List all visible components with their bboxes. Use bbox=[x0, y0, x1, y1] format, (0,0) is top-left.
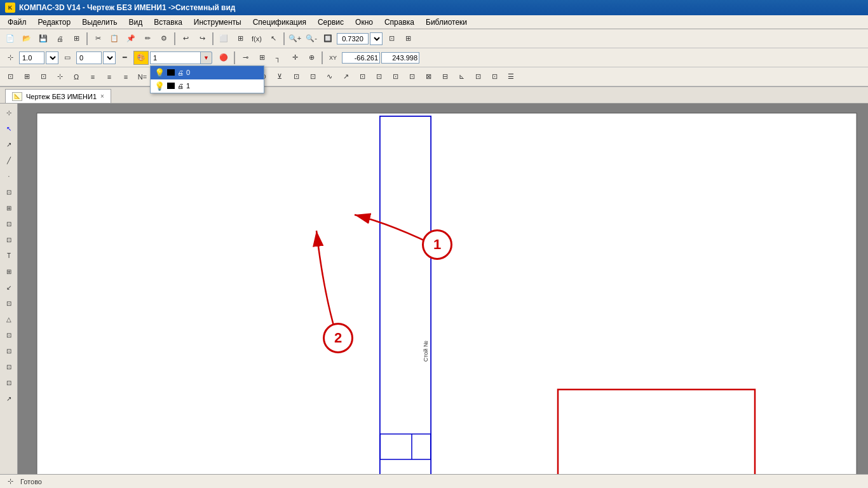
left-dim3-btn[interactable]: ⊡ bbox=[1, 216, 17, 231]
draw6-btn[interactable]: ≡ bbox=[85, 70, 100, 84]
geo10-btn[interactable]: ⊡ bbox=[305, 70, 320, 84]
menu-tools[interactable]: Инструменты bbox=[189, 17, 247, 28]
left-axis-btn[interactable]: ⊡ bbox=[1, 359, 17, 374]
left-table-btn[interactable]: ⊞ bbox=[1, 264, 17, 279]
geo12-btn[interactable]: ↗ bbox=[338, 70, 353, 84]
cursor-btn[interactable]: ↖ bbox=[266, 32, 281, 46]
tab-close-btn[interactable]: × bbox=[100, 93, 104, 100]
view-btn[interactable]: ⊞ bbox=[233, 32, 248, 46]
layer-row-0[interactable]: 💡 🖨 0 bbox=[151, 66, 264, 79]
color-btn[interactable]: 🎨 bbox=[133, 51, 149, 65]
geo14-btn[interactable]: ⊡ bbox=[371, 70, 386, 84]
zoom-dropdown[interactable]: ▼ bbox=[370, 32, 383, 45]
menu-help[interactable]: Справка bbox=[379, 17, 419, 28]
line-width-input[interactable] bbox=[19, 51, 44, 64]
geo17-btn[interactable]: ⊠ bbox=[421, 70, 436, 84]
save-btn[interactable]: 💾 bbox=[36, 32, 51, 46]
draw9-btn[interactable]: N= bbox=[135, 70, 150, 84]
left-point-btn[interactable]: · bbox=[1, 168, 17, 184]
draw5-btn[interactable]: Ω bbox=[69, 70, 84, 84]
print2-btn[interactable]: ⊞ bbox=[69, 32, 84, 46]
canvas-area[interactable]: Стой № Лист и дата bbox=[18, 104, 868, 474]
menu-window[interactable]: Окно bbox=[350, 17, 378, 28]
menu-spec[interactable]: Спецификация bbox=[248, 17, 311, 28]
page-btn[interactable]: ⬜ bbox=[216, 32, 231, 46]
left-geo-btn[interactable]: △ bbox=[1, 311, 17, 327]
left-measure-btn[interactable]: ⊡ bbox=[1, 327, 17, 342]
left-arrow-btn[interactable]: ↗ bbox=[1, 391, 17, 406]
zoom-input[interactable] bbox=[337, 33, 369, 44]
menu-editor[interactable]: Редактор bbox=[33, 17, 76, 28]
zoom-out-btn[interactable]: 🔍- bbox=[304, 32, 319, 46]
menu-insert[interactable]: Вставка bbox=[149, 17, 187, 28]
layer-popup: 💡 🖨 0 💡 🖨 1 bbox=[150, 65, 264, 93]
left-dim4-btn[interactable]: ⊡ bbox=[1, 232, 17, 247]
zoom-fit2-btn[interactable]: ⊞ bbox=[400, 32, 416, 46]
snap3-btn[interactable]: ⊕ bbox=[304, 51, 319, 65]
left-dim1-btn[interactable]: ⊡ bbox=[1, 184, 17, 200]
x-coord-input[interactable] bbox=[342, 52, 380, 64]
geo13-btn[interactable]: ⊡ bbox=[355, 70, 370, 84]
geo20-btn[interactable]: ⊡ bbox=[470, 70, 485, 84]
left-weld-btn[interactable]: ⊡ bbox=[1, 375, 17, 390]
geo22-btn[interactable]: ☰ bbox=[503, 70, 519, 84]
geo9-btn[interactable]: ⊡ bbox=[288, 70, 304, 84]
left-snap-btn[interactable]: ⊹ bbox=[1, 105, 17, 120]
draw4-btn[interactable]: ⊹ bbox=[52, 70, 67, 84]
print-btn[interactable]: 🖨 bbox=[52, 32, 67, 46]
tools1-btn[interactable]: ⚙ bbox=[156, 32, 172, 46]
tab-drawing[interactable]: 📐 Чертеж БЕЗ ИМЕНИ1 × bbox=[5, 89, 111, 103]
grid-btn[interactable]: ⊞ bbox=[254, 51, 269, 65]
zoom-in-btn[interactable]: 🔍+ bbox=[287, 32, 302, 46]
line-style-input[interactable] bbox=[76, 51, 102, 64]
geo8-btn[interactable]: ⊻ bbox=[272, 70, 287, 84]
draw7-btn[interactable]: ≡ bbox=[102, 70, 117, 84]
zoom-area-btn[interactable]: 🔲 bbox=[320, 32, 336, 46]
geo16-btn[interactable]: ⊡ bbox=[404, 70, 419, 84]
menu-view[interactable]: Вид bbox=[124, 17, 148, 28]
left-text-btn[interactable]: T bbox=[1, 248, 17, 263]
left-dim2-btn[interactable]: ⊞ bbox=[1, 200, 17, 215]
geo11-btn[interactable]: ∿ bbox=[322, 70, 337, 84]
undo-btn[interactable]: ↩ bbox=[178, 32, 193, 46]
geo19-btn[interactable]: ⊾ bbox=[454, 70, 469, 84]
cut-btn[interactable]: ✂ bbox=[90, 32, 105, 46]
left-hatch-btn[interactable]: ⊡ bbox=[1, 295, 17, 311]
zoom-fit-btn[interactable]: ⊡ bbox=[384, 32, 399, 46]
layer-dropdown-arrow[interactable]: ▼ bbox=[201, 51, 212, 64]
redo-btn[interactable]: ↪ bbox=[194, 32, 210, 46]
copy-btn[interactable]: 📋 bbox=[107, 32, 122, 46]
menu-select[interactable]: Выделить bbox=[77, 17, 122, 28]
menu-libraries[interactable]: Библиотеки bbox=[421, 17, 472, 28]
formula-btn[interactable]: f(x) bbox=[249, 32, 264, 46]
draw8-btn[interactable]: ≡ bbox=[118, 70, 133, 84]
color2-btn[interactable]: 🔴 bbox=[216, 51, 231, 65]
left-select-btn[interactable]: ↖ bbox=[1, 121, 17, 136]
snap1-btn[interactable]: ⊸ bbox=[238, 51, 253, 65]
menu-file[interactable]: Файл bbox=[3, 17, 32, 28]
geo15-btn[interactable]: ⊡ bbox=[388, 70, 403, 84]
new-btn[interactable]: 📄 bbox=[3, 32, 18, 46]
paste-btn[interactable]: 📌 bbox=[123, 32, 139, 46]
line-width-dropdown[interactable] bbox=[46, 51, 58, 64]
menu-service[interactable]: Сервис bbox=[313, 17, 349, 28]
ortho-btn[interactable]: ┐ bbox=[271, 51, 286, 65]
draw2-btn[interactable]: ⊞ bbox=[19, 70, 34, 84]
left-leader-btn[interactable]: ↙ bbox=[1, 280, 17, 295]
layer-row-1[interactable]: 💡 🖨 1 bbox=[151, 79, 264, 93]
geo18-btn[interactable]: ⊟ bbox=[437, 70, 452, 84]
open-btn[interactable]: 📂 bbox=[19, 32, 34, 46]
draw1-btn[interactable]: ⊡ bbox=[3, 70, 18, 84]
format-btn[interactable]: ✏ bbox=[140, 32, 155, 46]
status-snap[interactable]: ⊹ bbox=[3, 475, 18, 489]
left-section-btn[interactable]: ⊡ bbox=[1, 343, 17, 358]
snap2-btn[interactable]: ✛ bbox=[287, 51, 302, 65]
left-cursor-btn[interactable]: ↗ bbox=[1, 137, 17, 152]
line-style-dropdown[interactable] bbox=[103, 51, 116, 64]
snap-btn[interactable]: ⊹ bbox=[3, 51, 18, 65]
geo21-btn[interactable]: ⊡ bbox=[487, 70, 502, 84]
left-line-btn[interactable]: ╱ bbox=[1, 152, 17, 168]
y-coord-input[interactable] bbox=[381, 52, 419, 64]
layer-dropdown-btn[interactable]: 1 bbox=[150, 51, 201, 64]
draw3-btn[interactable]: ⊡ bbox=[36, 70, 51, 84]
